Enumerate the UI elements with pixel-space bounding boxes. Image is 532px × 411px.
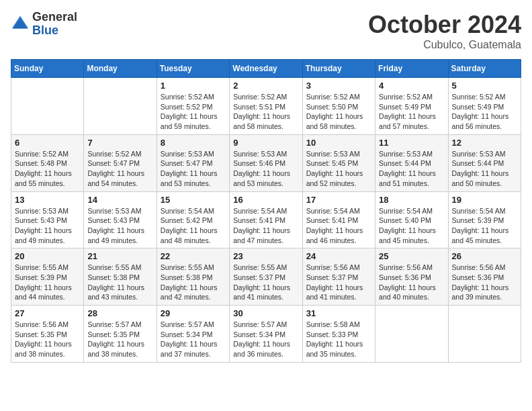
calendar-cell: 10Sunrise: 5:53 AMSunset: 5:45 PMDayligh… — [302, 134, 375, 191]
day-info: Sunrise: 5:53 AMSunset: 5:46 PMDaylight:… — [233, 149, 298, 189]
calendar-cell: 12Sunrise: 5:53 AMSunset: 5:44 PMDayligh… — [448, 134, 521, 191]
day-info: Sunrise: 5:53 AMSunset: 5:43 PMDaylight:… — [87, 206, 152, 246]
day-number: 21 — [87, 251, 152, 261]
calendar-cell: 5Sunrise: 5:52 AMSunset: 5:49 PMDaylight… — [448, 78, 521, 135]
calendar-cell: 2Sunrise: 5:52 AMSunset: 5:51 PMDaylight… — [230, 78, 302, 135]
calendar-cell — [84, 78, 157, 135]
calendar-cell: 15Sunrise: 5:54 AMSunset: 5:42 PMDayligh… — [157, 191, 229, 248]
calendar-cell — [448, 306, 521, 363]
calendar-cell: 18Sunrise: 5:54 AMSunset: 5:40 PMDayligh… — [375, 191, 448, 248]
calendar-week-row: 20Sunrise: 5:55 AMSunset: 5:39 PMDayligh… — [11, 248, 521, 306]
day-number: 7 — [87, 138, 152, 148]
calendar-cell: 7Sunrise: 5:52 AMSunset: 5:47 PMDaylight… — [84, 134, 157, 191]
calendar-cell: 27Sunrise: 5:56 AMSunset: 5:35 PMDayligh… — [11, 306, 84, 363]
day-number: 29 — [161, 308, 226, 318]
weekday-header: Friday — [375, 60, 448, 78]
calendar-cell: 31Sunrise: 5:58 AMSunset: 5:33 PMDayligh… — [302, 306, 375, 363]
day-number: 28 — [87, 308, 152, 318]
logo-icon — [11, 15, 30, 34]
page-header: General Blue October 2024 Cubulco, Guate… — [11, 11, 521, 51]
calendar-cell: 30Sunrise: 5:57 AMSunset: 5:34 PMDayligh… — [230, 306, 302, 363]
calendar-cell: 29Sunrise: 5:57 AMSunset: 5:34 PMDayligh… — [157, 306, 229, 363]
calendar-cell: 9Sunrise: 5:53 AMSunset: 5:46 PMDaylight… — [230, 134, 302, 191]
calendar-week-row: 13Sunrise: 5:53 AMSunset: 5:43 PMDayligh… — [11, 191, 521, 248]
calendar-cell — [11, 78, 84, 135]
weekday-header: Monday — [84, 60, 157, 78]
day-number: 15 — [161, 195, 226, 205]
day-number: 3 — [306, 81, 371, 91]
calendar-cell: 26Sunrise: 5:56 AMSunset: 5:36 PMDayligh… — [448, 248, 521, 306]
day-info: Sunrise: 5:55 AMSunset: 5:39 PMDaylight:… — [15, 263, 80, 302]
day-info: Sunrise: 5:54 AMSunset: 5:40 PMDaylight:… — [379, 206, 444, 246]
day-info: Sunrise: 5:58 AMSunset: 5:33 PMDaylight:… — [306, 320, 371, 359]
day-info: Sunrise: 5:55 AMSunset: 5:38 PMDaylight:… — [161, 263, 226, 302]
day-info: Sunrise: 5:57 AMSunset: 5:34 PMDaylight:… — [233, 320, 298, 359]
day-number: 18 — [379, 195, 444, 205]
day-info: Sunrise: 5:53 AMSunset: 5:45 PMDaylight:… — [306, 149, 371, 189]
day-number: 10 — [306, 138, 371, 148]
calendar-cell: 14Sunrise: 5:53 AMSunset: 5:43 PMDayligh… — [84, 191, 157, 248]
calendar-week-row: 27Sunrise: 5:56 AMSunset: 5:35 PMDayligh… — [11, 306, 521, 363]
day-info: Sunrise: 5:52 AMSunset: 5:49 PMDaylight:… — [379, 92, 444, 132]
calendar-week-row: 1Sunrise: 5:52 AMSunset: 5:52 PMDaylight… — [11, 78, 521, 135]
calendar-cell: 17Sunrise: 5:54 AMSunset: 5:41 PMDayligh… — [302, 191, 375, 248]
day-number: 27 — [15, 308, 80, 318]
calendar-cell: 24Sunrise: 5:56 AMSunset: 5:37 PMDayligh… — [302, 248, 375, 306]
calendar-table: SundayMondayTuesdayWednesdayThursdayFrid… — [11, 59, 521, 363]
calendar-cell: 6Sunrise: 5:52 AMSunset: 5:48 PMDaylight… — [11, 134, 84, 191]
day-number: 11 — [379, 138, 444, 148]
day-info: Sunrise: 5:57 AMSunset: 5:34 PMDaylight:… — [161, 320, 226, 359]
day-number: 22 — [161, 251, 226, 261]
day-info: Sunrise: 5:55 AMSunset: 5:37 PMDaylight:… — [233, 263, 298, 302]
calendar-cell: 23Sunrise: 5:55 AMSunset: 5:37 PMDayligh… — [230, 248, 302, 306]
day-number: 12 — [452, 138, 517, 148]
day-info: Sunrise: 5:52 AMSunset: 5:47 PMDaylight:… — [87, 149, 152, 189]
day-number: 26 — [452, 251, 517, 261]
day-info: Sunrise: 5:53 AMSunset: 5:47 PMDaylight:… — [161, 149, 226, 189]
calendar-cell: 4Sunrise: 5:52 AMSunset: 5:49 PMDaylight… — [375, 78, 448, 135]
location-text: Cubulco, Guatemala — [368, 39, 521, 51]
day-info: Sunrise: 5:57 AMSunset: 5:35 PMDaylight:… — [87, 320, 152, 359]
weekday-header: Wednesday — [230, 60, 302, 78]
calendar-cell: 28Sunrise: 5:57 AMSunset: 5:35 PMDayligh… — [84, 306, 157, 363]
calendar-cell: 21Sunrise: 5:55 AMSunset: 5:38 PMDayligh… — [84, 248, 157, 306]
day-info: Sunrise: 5:53 AMSunset: 5:44 PMDaylight:… — [452, 149, 517, 189]
calendar-cell: 3Sunrise: 5:52 AMSunset: 5:50 PMDaylight… — [302, 78, 375, 135]
calendar-cell: 1Sunrise: 5:52 AMSunset: 5:52 PMDaylight… — [157, 78, 229, 135]
calendar-cell: 19Sunrise: 5:54 AMSunset: 5:39 PMDayligh… — [448, 191, 521, 248]
day-number: 23 — [233, 251, 298, 261]
day-info: Sunrise: 5:52 AMSunset: 5:48 PMDaylight:… — [15, 149, 80, 189]
month-title: October 2024 — [368, 11, 521, 39]
calendar-cell: 13Sunrise: 5:53 AMSunset: 5:43 PMDayligh… — [11, 191, 84, 248]
calendar-week-row: 6Sunrise: 5:52 AMSunset: 5:48 PMDaylight… — [11, 134, 521, 191]
calendar-header-row: SundayMondayTuesdayWednesdayThursdayFrid… — [11, 60, 521, 78]
day-number: 2 — [233, 81, 298, 91]
weekday-header: Tuesday — [157, 60, 229, 78]
day-number: 16 — [233, 195, 298, 205]
day-info: Sunrise: 5:54 AMSunset: 5:42 PMDaylight:… — [161, 206, 226, 246]
day-number: 4 — [379, 81, 444, 91]
weekday-header: Sunday — [11, 60, 84, 78]
calendar-cell: 25Sunrise: 5:56 AMSunset: 5:36 PMDayligh… — [375, 248, 448, 306]
day-info: Sunrise: 5:56 AMSunset: 5:36 PMDaylight:… — [379, 263, 444, 302]
day-number: 9 — [233, 138, 298, 148]
calendar-cell: 20Sunrise: 5:55 AMSunset: 5:39 PMDayligh… — [11, 248, 84, 306]
day-info: Sunrise: 5:54 AMSunset: 5:39 PMDaylight:… — [452, 206, 517, 246]
day-info: Sunrise: 5:53 AMSunset: 5:43 PMDaylight:… — [15, 206, 80, 246]
day-number: 1 — [161, 81, 226, 91]
day-number: 24 — [306, 251, 371, 261]
calendar-cell: 16Sunrise: 5:54 AMSunset: 5:41 PMDayligh… — [230, 191, 302, 248]
day-number: 20 — [15, 251, 80, 261]
calendar-cell: 11Sunrise: 5:53 AMSunset: 5:44 PMDayligh… — [375, 134, 448, 191]
day-number: 6 — [15, 138, 80, 148]
weekday-header: Saturday — [448, 60, 521, 78]
logo-general-text: General — [32, 11, 77, 24]
day-info: Sunrise: 5:52 AMSunset: 5:51 PMDaylight:… — [233, 92, 298, 132]
calendar-cell: 22Sunrise: 5:55 AMSunset: 5:38 PMDayligh… — [157, 248, 229, 306]
day-info: Sunrise: 5:56 AMSunset: 5:37 PMDaylight:… — [306, 263, 371, 302]
day-info: Sunrise: 5:54 AMSunset: 5:41 PMDaylight:… — [233, 206, 298, 246]
day-number: 5 — [452, 81, 517, 91]
weekday-header: Thursday — [302, 60, 375, 78]
day-number: 31 — [306, 308, 371, 318]
day-number: 19 — [452, 195, 517, 205]
